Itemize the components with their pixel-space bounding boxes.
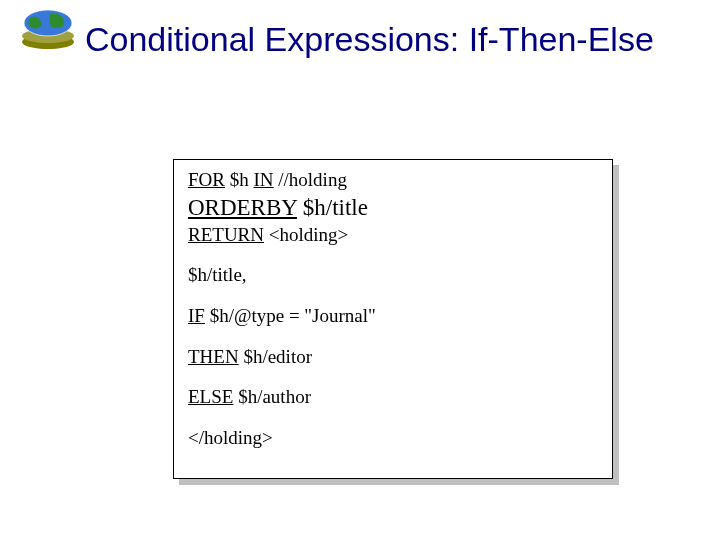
code-line-return: RETURN <holding> [188, 223, 600, 248]
path-holding: //holding [274, 169, 347, 190]
kw-else: ELSE [188, 386, 233, 407]
code-line-orderby: ORDERBY $h/title [188, 193, 600, 223]
code-box: FOR $h IN //holding ORDERBY $h/title RET… [173, 159, 613, 479]
return-open: <holding> [264, 224, 348, 245]
code-line-then: THEN $h/editor [188, 345, 600, 370]
code-line-close: </holding> [188, 426, 600, 451]
kw-for: FOR [188, 169, 225, 190]
else-expr: $h/author [233, 386, 311, 407]
code-line-for: FOR $h IN //holding [188, 168, 600, 193]
code-line-else: ELSE $h/author [188, 385, 600, 410]
kw-if: IF [188, 305, 205, 326]
then-expr: $h/editor [239, 346, 312, 367]
code-line-if: IF $h/@type = "Journal" [188, 304, 600, 329]
var-h: $h [225, 169, 254, 190]
kw-return: RETURN [188, 224, 264, 245]
globe-logo-icon [20, 8, 76, 54]
orderby-expr: $h/title [297, 195, 368, 220]
kw-in: IN [253, 169, 273, 190]
kw-orderby: ORDERBY [188, 195, 297, 220]
slide: Conditional Expressions: If-Then-Else FO… [0, 0, 720, 540]
slide-title: Conditional Expressions: If-Then-Else [85, 20, 654, 59]
code-line-title: $h/title, [188, 263, 600, 288]
if-cond: $h/@type = "Journal" [205, 305, 376, 326]
kw-then: THEN [188, 346, 239, 367]
